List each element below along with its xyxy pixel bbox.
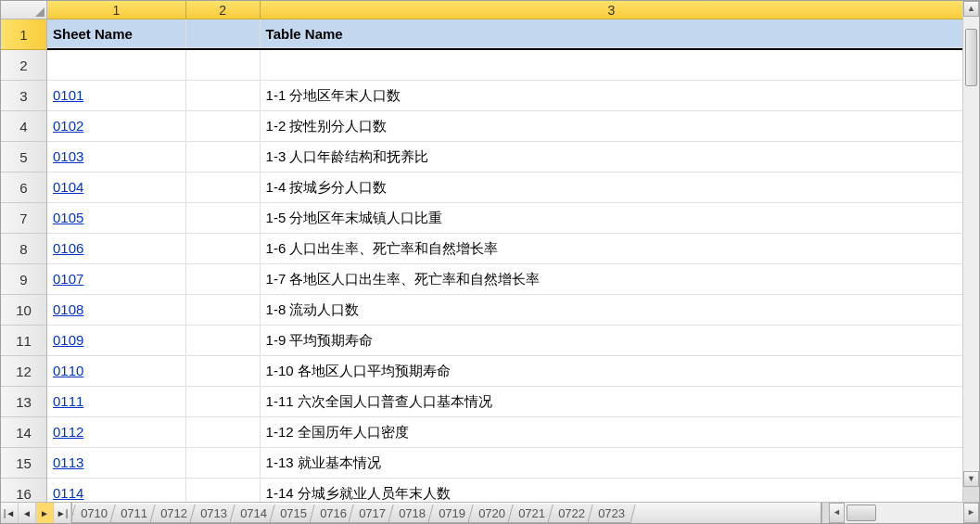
cell[interactable] (186, 356, 261, 387)
column-header-3[interactable]: 3 (261, 1, 963, 19)
sheet-link[interactable]: 0111 (53, 393, 83, 409)
row-header-15[interactable]: 15 (1, 448, 47, 479)
column-header-1[interactable]: 1 (47, 1, 186, 19)
cell[interactable] (186, 173, 261, 203)
cell[interactable]: 0114 (47, 479, 186, 503)
grid-area: 123 12345678910111213141516 Sheet NameTa… (1, 1, 963, 503)
row-header-10[interactable]: 10 (1, 295, 47, 326)
scroll-up-button[interactable]: ▲ (963, 1, 979, 17)
cell[interactable]: 0105 (47, 203, 186, 234)
cell[interactable]: 0108 (47, 295, 186, 326)
cell[interactable]: 1-14 分城乡就业人员年末人数 (261, 479, 963, 503)
sheet-link[interactable]: 0107 (53, 271, 83, 287)
horizontal-split-handle[interactable] (963, 486, 979, 503)
cell[interactable]: 0111 (47, 387, 186, 417)
cell[interactable]: 1-10 各地区人口平均预期寿命 (261, 356, 963, 387)
cell[interactable] (186, 203, 261, 234)
cell[interactable] (186, 479, 261, 503)
cell[interactable] (47, 50, 186, 81)
cell[interactable] (186, 234, 261, 264)
row-header-14[interactable]: 14 (1, 417, 47, 448)
sheet-link[interactable]: 0102 (53, 118, 83, 134)
cell[interactable] (186, 50, 261, 81)
sheet-link[interactable]: 0114 (53, 485, 83, 501)
horizontal-scrollbar[interactable]: ◄ ► (821, 503, 979, 523)
cell[interactable]: 0101 (47, 81, 186, 111)
cells-area[interactable]: Sheet NameTable Name01011-1 分地区年末人口数0102… (47, 19, 963, 503)
cell[interactable]: 1-8 流动人口数 (261, 295, 963, 326)
last-sheet-button[interactable]: ►| (54, 503, 71, 523)
row-header-2[interactable]: 2 (1, 50, 47, 81)
sheet-link[interactable]: 0104 (53, 179, 83, 195)
scroll-left-button[interactable]: ◄ (829, 503, 845, 523)
row-header-9[interactable]: 9 (1, 264, 47, 295)
row-header-5[interactable]: 5 (1, 142, 47, 173)
cell[interactable] (186, 326, 261, 356)
cell[interactable] (186, 19, 261, 48)
row-header-3[interactable]: 3 (1, 81, 47, 111)
sheet-link[interactable]: 0109 (53, 332, 83, 348)
column-header-2[interactable]: 2 (186, 1, 261, 19)
row-header-16[interactable]: 16 (1, 479, 47, 503)
select-all-corner[interactable] (1, 1, 47, 19)
row-header-1[interactable]: 1 (1, 19, 47, 50)
cell[interactable] (186, 448, 261, 479)
next-sheet-button[interactable]: ► (36, 503, 54, 523)
scroll-right-button[interactable]: ► (963, 503, 979, 523)
cell[interactable]: 0110 (47, 356, 186, 387)
cell[interactable]: Sheet Name (47, 19, 186, 48)
cell[interactable]: 1-2 按性别分人口数 (261, 111, 963, 142)
row-header-7[interactable]: 7 (1, 203, 47, 234)
cell[interactable]: 1-9 平均预期寿命 (261, 326, 963, 356)
first-sheet-button[interactable]: |◄ (1, 503, 19, 523)
cell[interactable]: 1-11 六次全国人口普查人口基本情况 (261, 387, 963, 417)
vertical-scroll-thumb[interactable] (965, 29, 977, 86)
sheet-link[interactable]: 0106 (53, 240, 83, 256)
sheet-link[interactable]: 0103 (53, 148, 83, 164)
cell[interactable]: 0102 (47, 111, 186, 142)
cell[interactable]: 0107 (47, 264, 186, 295)
row-header-6[interactable]: 6 (1, 173, 47, 203)
cell[interactable] (186, 142, 261, 173)
cell[interactable]: 1-1 分地区年末人口数 (261, 81, 963, 111)
row-header-4[interactable]: 4 (1, 111, 47, 142)
cell[interactable] (186, 295, 261, 326)
cell[interactable]: 1-4 按城乡分人口数 (261, 173, 963, 203)
cell[interactable]: 0109 (47, 326, 186, 356)
row-header-11[interactable]: 11 (1, 326, 47, 356)
cell[interactable] (186, 111, 261, 142)
sheet-link[interactable]: 0101 (53, 87, 83, 103)
row-header-12[interactable]: 12 (1, 356, 47, 387)
cell[interactable]: 0106 (47, 234, 186, 264)
cell[interactable]: 0103 (47, 142, 186, 173)
cell[interactable]: 0104 (47, 173, 186, 203)
row-header-13[interactable]: 13 (1, 387, 47, 417)
cell[interactable]: 1-7 各地区人口出生率、死亡率和自然增长率 (261, 264, 963, 295)
cell[interactable]: 1-3 人口年龄结构和抚养比 (261, 142, 963, 173)
horizontal-scroll-thumb[interactable] (846, 505, 876, 521)
cell[interactable]: 1-13 就业基本情况 (261, 448, 963, 479)
cell[interactable]: 1-5 分地区年末城镇人口比重 (261, 203, 963, 234)
horizontal-scroll-track[interactable] (845, 503, 963, 523)
sheet-link[interactable]: 0113 (53, 454, 83, 470)
sheet-link[interactable]: 0108 (53, 301, 83, 317)
cell[interactable]: 1-6 人口出生率、死亡率和自然增长率 (261, 234, 963, 264)
sheet-link[interactable]: 0105 (53, 210, 83, 225)
scroll-down-button[interactable]: ▼ (963, 471, 979, 487)
tab-scroll-split[interactable] (821, 503, 829, 523)
cell[interactable] (186, 387, 261, 417)
cell[interactable] (186, 81, 261, 111)
prev-sheet-button[interactable]: ◄ (19, 503, 36, 523)
cell[interactable] (186, 264, 261, 295)
vertical-scrollbar[interactable]: ▲ ▼ (962, 1, 979, 503)
cell[interactable]: Table Name (261, 19, 963, 48)
sheet-link[interactable]: 0110 (53, 363, 83, 378)
sheet-link[interactable]: 0112 (53, 424, 83, 440)
cell[interactable] (186, 417, 261, 448)
cell[interactable]: 1-12 全国历年人口密度 (261, 417, 963, 448)
cell[interactable] (261, 50, 963, 81)
cell[interactable]: 0113 (47, 448, 186, 479)
sheet-tab-0723[interactable]: 0723 (587, 505, 635, 523)
row-header-8[interactable]: 8 (1, 234, 47, 264)
cell[interactable]: 0112 (47, 417, 186, 448)
